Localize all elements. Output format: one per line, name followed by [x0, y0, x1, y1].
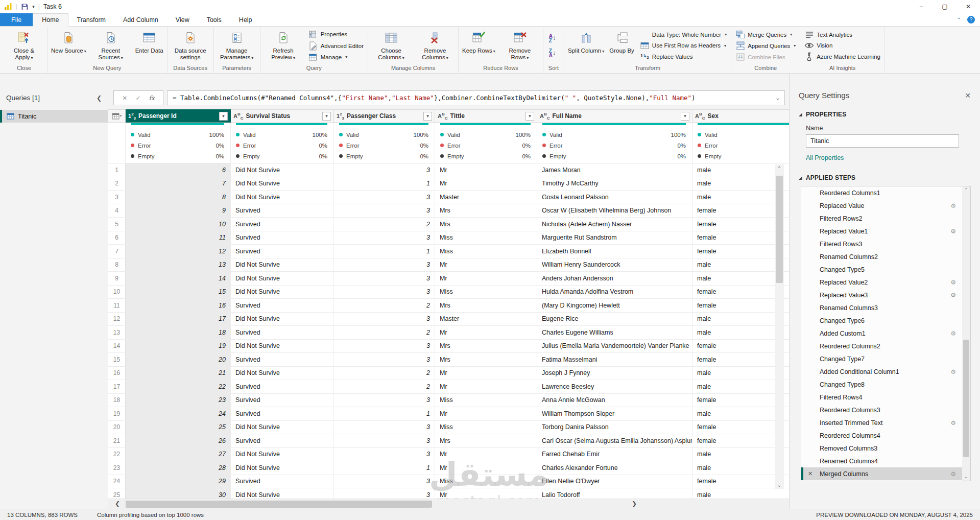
table-cell[interactable]: 8 — [126, 191, 231, 204]
applied-steps-section-header[interactable]: APPLIED STEPS — [799, 174, 971, 181]
table-cell[interactable]: Did Not Survive — [231, 421, 334, 434]
table-cell[interactable]: 1 — [334, 461, 435, 475]
applied-step-changed-type5[interactable]: ✕Changed Type5 — [801, 263, 970, 276]
table-cell[interactable]: Did Not Survive — [231, 286, 334, 299]
row-number[interactable]: 8 — [108, 258, 126, 272]
table-cell[interactable]: Nicholas (Adele Achem) Nasser — [537, 218, 692, 231]
cancel-formula-icon[interactable]: ✕ — [122, 94, 127, 102]
table-cell[interactable]: 3 — [334, 448, 435, 461]
table-cell[interactable]: Did Not Survive — [231, 163, 334, 177]
table-cell[interactable]: 1 — [334, 407, 435, 420]
row-number[interactable]: 7 — [108, 245, 126, 258]
table-cell[interactable]: Mr — [435, 177, 537, 191]
table-cell[interactable]: 3 — [334, 394, 435, 407]
table-cell[interactable]: Lalio Todoroff — [537, 488, 692, 499]
table-cell[interactable]: 21 — [126, 367, 231, 380]
step-settings-gear-icon[interactable]: ⚙ — [950, 368, 956, 375]
table-cell[interactable]: Anna Annie McGowan — [537, 394, 692, 407]
table-cell[interactable]: 22 — [126, 380, 231, 393]
table-cell[interactable]: Survived — [231, 326, 334, 339]
applied-step-filtered-rows3[interactable]: ✕Filtered Rows3 — [801, 238, 970, 250]
table-cell[interactable]: 6 — [126, 163, 231, 177]
table-cell[interactable]: Charles Alexander Fortune — [537, 461, 692, 475]
split-column-button[interactable]: Split Column▾ — [565, 27, 607, 64]
step-settings-gear-icon[interactable]: ⚙ — [950, 228, 956, 235]
table-cell[interactable]: 18 — [126, 326, 231, 339]
use-first-row-as-headers-button[interactable]: Use First Row as Headers▾ — [638, 42, 729, 50]
close-apply-button[interactable]: Close & Apply▾ — [2, 27, 46, 64]
vertical-scroll-thumb[interactable] — [776, 176, 783, 283]
table-cell[interactable]: 14 — [126, 272, 231, 285]
azure-machine-learning-button[interactable]: Azure Machine Learning — [802, 52, 882, 61]
help-icon[interactable]: ? — [967, 16, 975, 23]
table-cell[interactable]: Miss — [435, 421, 537, 434]
collapse-ribbon-icon[interactable]: ⌃ — [957, 17, 961, 22]
delete-step-icon[interactable]: ✕ — [808, 470, 812, 477]
collapse-queries-panel-icon[interactable]: ❮ — [97, 94, 102, 102]
manage-parameters-button[interactable]: Manage Parameters▾ — [215, 27, 259, 64]
table-cell[interactable]: 3 — [334, 353, 435, 366]
table-cell[interactable]: Miss — [435, 231, 537, 245]
applied-step-replaced-value[interactable]: ✕Replaced Value⚙ — [801, 199, 970, 212]
table-cell[interactable]: Mrs — [435, 340, 537, 353]
table-cell[interactable]: 3 — [334, 286, 435, 299]
sort-descending-icon-button[interactable]: ZA↓ — [545, 49, 562, 58]
row-number[interactable]: 14 — [108, 340, 126, 353]
remove-rows-button[interactable]: Remove Rows▾ — [498, 27, 542, 64]
table-cell[interactable]: 3 — [334, 163, 435, 177]
table-cell[interactable]: Did Not Survive — [231, 272, 334, 285]
query-name-input[interactable] — [806, 134, 959, 148]
table-cell[interactable]: male — [692, 488, 789, 499]
table-cell[interactable]: Did Not Survive — [231, 461, 334, 475]
table-cell[interactable]: Survived — [231, 353, 334, 366]
table-cell[interactable]: Miss — [435, 475, 537, 488]
table-cell[interactable]: 3 — [334, 272, 435, 285]
table-cell[interactable]: 24 — [126, 407, 231, 420]
row-number[interactable]: 20 — [108, 421, 126, 434]
row-number[interactable]: 11 — [108, 299, 126, 312]
applied-step-renamed-columns4[interactable]: ✕Renamed Columns4 — [801, 455, 970, 467]
column-header-passenger-class[interactable]: 123Passenger Class▼ — [334, 109, 435, 123]
row-number[interactable]: 13 — [108, 326, 126, 339]
applied-step-added-custom1[interactable]: ✕Added Custom1⚙ — [801, 327, 970, 340]
table-cell[interactable]: Mr — [435, 461, 537, 475]
filter-dropdown-icon[interactable]: ▼ — [322, 112, 331, 121]
table-cell[interactable]: Lawrence Beesley — [537, 380, 692, 393]
commit-formula-icon[interactable]: ✓ — [135, 94, 140, 102]
table-cell[interactable]: 2 — [334, 326, 435, 339]
table-cell[interactable]: Survived — [231, 204, 334, 218]
applied-step-replaced-value1[interactable]: ✕Replaced Value1⚙ — [801, 225, 970, 238]
table-cell[interactable]: 3 — [334, 204, 435, 218]
steps-scroll-up-icon[interactable]: ⌃ — [962, 186, 970, 194]
column-header-tittle[interactable]: ABCTittle▼ — [435, 109, 537, 123]
scroll-right-icon[interactable]: ❯ — [629, 499, 639, 509]
table-cell[interactable]: Fatima Masselmani — [537, 353, 692, 366]
table-cell[interactable]: 2 — [334, 299, 435, 312]
table-cell[interactable]: Farred Chehab Emir — [537, 448, 692, 461]
filter-dropdown-icon[interactable]: ▼ — [681, 112, 689, 121]
table-cell[interactable]: Survived — [231, 394, 334, 407]
table-cell[interactable]: Julius (Emelia Maria Vandemoortele) Vand… — [537, 340, 692, 353]
table-cell[interactable]: Mr — [435, 326, 537, 339]
table-cell[interactable]: 23 — [126, 394, 231, 407]
table-cell[interactable]: James Moran — [537, 163, 692, 177]
table-cell[interactable]: 26 — [126, 434, 231, 447]
table-cell[interactable]: Anders Johan Andersson — [537, 272, 692, 285]
manage-button[interactable]: Manage▾ — [306, 53, 366, 61]
table-cell[interactable]: Survived — [231, 218, 334, 231]
tab-tools[interactable]: Tools — [198, 13, 230, 26]
row-number[interactable]: 25 — [108, 488, 126, 499]
horizontal-scrollbar[interactable]: ❮ ❯ — [108, 499, 789, 509]
step-settings-gear-icon[interactable]: ⚙ — [950, 470, 956, 478]
vision-button[interactable]: Vision — [802, 42, 882, 49]
applied-step-merged-columns[interactable]: ✕Merged Columns⚙ — [801, 467, 970, 480]
scroll-up-icon[interactable]: ⌃ — [775, 164, 784, 173]
table-cell[interactable]: 2 — [334, 367, 435, 380]
query-list-item-titanic[interactable]: Titanic — [0, 110, 108, 123]
tab-add-column[interactable]: Add Column — [114, 13, 167, 26]
table-cell[interactable]: Survived — [231, 245, 334, 258]
table-cell[interactable]: Mr — [435, 488, 537, 499]
recent-sources-button[interactable]: Recent Sources▾ — [89, 27, 133, 64]
table-cell[interactable]: Marguerite Rut Sandstrom — [537, 231, 692, 245]
column-header-passenger-id[interactable]: 123Passenger Id▼ — [126, 109, 231, 123]
